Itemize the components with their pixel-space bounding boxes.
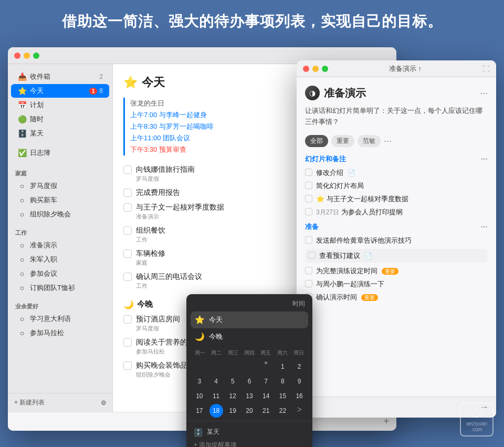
detail-section-1-label: 幻灯片和备注 ···	[305, 154, 488, 164]
detail-checkbox-7[interactable]	[305, 267, 312, 274]
task-checkbox-3[interactable]	[123, 203, 132, 212]
tag-important-1: 重要	[382, 268, 398, 275]
maximize-button[interactable]	[33, 53, 39, 59]
task-checkbox-4[interactable]	[123, 226, 132, 235]
date-option-tonight[interactable]: 🌙 今晚	[191, 328, 308, 345]
list-icon-3: ○	[17, 210, 27, 219]
cal-day-3[interactable]: 3	[193, 375, 206, 388]
task-checkbox-8[interactable]	[123, 338, 132, 347]
cal-day-19[interactable]: 19	[226, 404, 239, 418]
cal-day-20[interactable]: 20	[243, 404, 256, 418]
hobby-section-title: 业余爱好	[8, 298, 112, 311]
new-list-button[interactable]: + 新建列表	[14, 398, 45, 407]
logbook-icon: ✅	[17, 148, 27, 158]
section2-more[interactable]: ···	[481, 222, 488, 232]
add-reminder-button[interactable]: + 添加提醒事项	[194, 439, 305, 447]
sidebar-onboard-label: 朱军入职	[30, 255, 103, 264]
cal-day-12[interactable]: 12	[226, 389, 239, 403]
sidebar-item-someday[interactable]: 🗄️ 某天	[11, 127, 109, 140]
date-option-today[interactable]: ⭐ 今天	[191, 311, 308, 328]
task-checkbox-9[interactable]	[123, 361, 132, 370]
sidebar-item-italian[interactable]: ○ 学习意大利语	[11, 312, 109, 326]
cal-day-14[interactable]: 14	[259, 389, 273, 403]
add-task-button[interactable]: +	[383, 416, 389, 427]
cal-next-btn[interactable]: >	[291, 404, 307, 418]
detail-checkbox-8[interactable]	[305, 280, 312, 287]
cal-day-4[interactable]: 4	[209, 375, 223, 388]
cal-day-16[interactable]: 16	[292, 389, 306, 403]
sidebar-section-smart-lists: 📥 收件箱 2 ⭐ 今天 1 8 📅 计划 🟢 随时	[8, 70, 112, 140]
sidebar-buycar-label: 购买新车	[30, 195, 103, 205]
sidebar-marathon-label: 参加马拉松	[30, 328, 103, 338]
sidebar-item-roman-holiday[interactable]: ○ 罗马度假	[11, 179, 109, 193]
sidebar-tshirt-label: 订购团队T恤衫	[30, 283, 103, 293]
sidebar-item-logbook[interactable]: ✅ 日志簿	[11, 146, 109, 160]
sidebar-item-scheduled[interactable]: 📅 计划	[11, 98, 109, 112]
detail-checkbox-1[interactable]	[305, 169, 312, 176]
date-quick-options: ⭐ 今天 🌙 今晚	[186, 311, 312, 345]
section1-more[interactable]: ···	[481, 154, 488, 164]
cal-day-9[interactable]: 9	[292, 375, 306, 388]
cal-day-11[interactable]: 11	[209, 389, 223, 403]
settings-button[interactable]: ⚙	[101, 399, 107, 407]
detail-fullscreen-btn[interactable]: ⛶	[482, 65, 490, 73]
task-checkbox-5[interactable]	[123, 250, 132, 258]
sidebar-item-tshirt[interactable]: ○ 订购团队T恤衫	[11, 281, 109, 295]
sidebar-item-marathon[interactable]: ○ 参加马拉松	[11, 326, 109, 340]
detail-task-3: ⭐ 与王子文一起核对季度数据	[305, 194, 488, 204]
detail-max-btn[interactable]	[322, 66, 328, 72]
sidebar-item-prepare-demo[interactable]: ○ 准备演示	[11, 238, 109, 252]
today-section-title: 今天	[142, 75, 165, 90]
calendar-weekdays: 周一 周二 周三 周四 周五 周六 周日	[192, 348, 307, 358]
minimize-button[interactable]	[24, 53, 30, 59]
cal-day-2[interactable]: 2	[292, 360, 306, 373]
detail-checkbox-3[interactable]	[305, 195, 312, 202]
cal-day-10[interactable]: 10	[193, 389, 206, 403]
wm-text: aeziyuan.com	[466, 421, 487, 432]
detail-close-btn[interactable]	[303, 66, 309, 72]
cal-day-17[interactable]: 17	[193, 404, 206, 418]
detail-more-button[interactable]: ···	[480, 88, 488, 99]
sidebar-item-onboard[interactable]: ○ 朱军入职	[11, 253, 109, 266]
someday-footer-label: 某天	[207, 428, 219, 436]
close-button[interactable]	[14, 53, 20, 59]
cal-day-22[interactable]: 22	[276, 404, 289, 418]
sidebar-section-hobby: 业余爱好 ○ 学习意大利语 ○ 参加马拉松	[8, 298, 112, 340]
detail-task-6: 查看预订建议 📄	[305, 249, 488, 263]
cal-day-5[interactable]: 5	[226, 375, 239, 388]
sidebar-item-inbox[interactable]: 📥 收件箱 2	[11, 70, 109, 84]
doc-icon-1: 📄	[348, 169, 355, 176]
task-checkbox-6[interactable]	[123, 273, 132, 281]
time-label: 时间	[194, 299, 305, 308]
cal-day-6[interactable]: 6	[243, 375, 256, 388]
sidebar-item-buy-car[interactable]: ○ 购买新车	[11, 193, 109, 207]
filter-more-button[interactable]: ···	[384, 136, 392, 147]
filter-tab-fanmin[interactable]: 范敏	[358, 135, 381, 147]
filter-tab-all[interactable]: 全部	[305, 135, 328, 147]
cal-day-18[interactable]: 18	[209, 404, 223, 418]
detail-checkbox-4[interactable]	[305, 208, 312, 215]
sidebar-item-today[interactable]: ⭐ 今天 1 8	[11, 84, 109, 98]
sidebar-item-meeting[interactable]: ○ 参加会议	[11, 267, 109, 280]
cal-day-13[interactable]: 13	[243, 389, 256, 403]
sidebar-item-party[interactable]: ○ 组织除夕晚会	[11, 207, 109, 221]
cal-day-7[interactable]: 7	[259, 375, 273, 388]
cal-day-15[interactable]: 15	[276, 389, 289, 403]
detail-min-btn[interactable]	[312, 66, 319, 72]
sidebar-demo-label: 准备演示	[30, 241, 103, 250]
filter-tab-important[interactable]: 重要	[331, 135, 354, 147]
cal-day-1[interactable]: 1	[276, 360, 289, 373]
detail-window: 准备演示 ↑ ⛶ ◑ 准备演示 ··· 让谈话和幻灯片简单明了：关于这一点，每个…	[297, 60, 496, 418]
sidebar-item-anytime[interactable]: 🟢 随时	[11, 112, 109, 126]
add-reminder-label: + 添加提醒事项	[194, 441, 237, 447]
detail-task-4: 3月27日 为参会人员打印提纲	[305, 207, 488, 217]
cal-day-8[interactable]: 8	[276, 375, 289, 388]
task-checkbox-1[interactable]	[123, 165, 132, 174]
someday-footer-icon: 🗄️	[194, 428, 203, 436]
detail-checkbox-5[interactable]	[305, 236, 312, 244]
detail-checkbox-2[interactable]	[305, 182, 312, 189]
task-checkbox-7[interactable]	[123, 315, 132, 324]
task-checkbox-2[interactable]	[123, 189, 132, 197]
detail-checkbox-6[interactable]	[308, 252, 316, 259]
cal-day-21[interactable]: 21	[259, 404, 273, 418]
